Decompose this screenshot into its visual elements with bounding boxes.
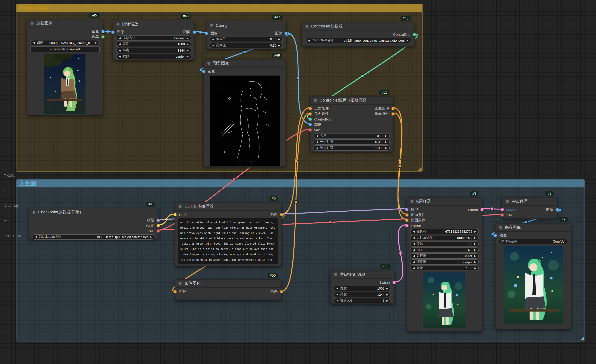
prev-arrow-icon[interactable]: ◀	[308, 39, 310, 42]
seed-widget[interactable]: ◀随机种673163335282702▶	[410, 229, 479, 234]
input-slot-dot[interactable]	[309, 117, 312, 121]
node-vae-decode[interactable]: #8 VAE解码 Latent 图像 VAE	[502, 197, 557, 219]
batch-size-widget[interactable]: ◀批次大小1▶	[334, 298, 391, 303]
group-txt2img-header[interactable]: 文生图	[16, 180, 585, 187]
output-slot-dot[interactable]	[280, 290, 283, 293]
output-slot-dot[interactable]	[413, 33, 416, 36]
collapse-dot[interactable]	[207, 62, 210, 65]
prev-arrow-icon[interactable]: ◀	[413, 230, 415, 233]
input-slot-dot[interactable]	[405, 218, 408, 222]
next-arrow-icon[interactable]: ▶	[474, 261, 476, 263]
output-slot-dot[interactable]	[480, 208, 484, 211]
prev-arrow-icon[interactable]: ◀	[212, 44, 214, 47]
next-arrow-icon[interactable]: ▶	[474, 243, 476, 245]
next-arrow-icon[interactable]: ▶	[386, 299, 388, 302]
node-title-bar[interactable]: CLIP文本编码器	[175, 203, 281, 211]
output-slot-dot[interactable]	[391, 112, 395, 115]
image-combo-widget[interactable]: ◀ 图像 00004-20241103_220245_Ill... ▶	[30, 40, 100, 45]
prev-arrow-icon[interactable]: ◀	[316, 135, 318, 137]
node-canny[interactable]: #47 Canny 图像 图像 ◀低阈值0.40▶ ◀高阈值0.80▶	[206, 21, 286, 49]
input-slot-dot[interactable]	[405, 224, 408, 227]
prev-arrow-icon[interactable]: ◀	[413, 267, 415, 269]
node-title-bar[interactable]: Canny	[207, 22, 286, 29]
node-title-bar[interactable]: 预览图像	[204, 59, 286, 67]
node-clip-text-encode[interactable]: #6 CLIP文本编码器 CLIP 条件 An illustration of …	[175, 202, 282, 266]
prev-arrow-icon[interactable]: ◀	[119, 55, 121, 58]
collapse-dot[interactable]	[314, 99, 317, 102]
output-slot-dot[interactable]	[391, 107, 395, 110]
start-percent-widget[interactable]: ◀开始时间0.000▶	[313, 139, 390, 145]
crop-widget[interactable]: ◀裁剪center▶	[116, 54, 191, 59]
collapse-dot[interactable]	[117, 22, 119, 26]
next-arrow-icon[interactable]: ▶	[278, 44, 280, 47]
collapse-dot[interactable]	[506, 200, 509, 203]
prev-arrow-icon[interactable]: ◀	[413, 243, 415, 245]
next-arrow-icon[interactable]: ▶	[385, 147, 387, 149]
prev-arrow-icon[interactable]: ◀	[316, 141, 318, 143]
node-title-bar[interactable]: 空Latent_SD3	[331, 271, 394, 279]
checkpoint-name-widget[interactable]: ◀Checkpoint名称sd3.5_large_fp8_scaled.safe…	[32, 234, 155, 240]
output-slot-dot[interactable]	[156, 224, 160, 227]
next-arrow-icon[interactable]: ▶	[187, 55, 189, 58]
output-slot-dot[interactable]	[193, 30, 196, 34]
next-arrow-icon[interactable]: ▶	[187, 49, 189, 51]
sampler-widget[interactable]: ◀采样器euler▶	[410, 253, 479, 259]
input-slot-dot[interactable]	[405, 208, 408, 211]
node-checkpoint-loader[interactable]: #4 Checkpoint加载器(简易) 模型 CLIP VAE ◀Checkp…	[29, 208, 158, 239]
next-arrow-icon[interactable]: ▶	[474, 236, 476, 239]
strength-widget[interactable]: ◀强度0.66▶	[313, 133, 390, 138]
node-apply-controlnet[interactable]: #51 ControlNet应用（旧版高级） 正面条件 正面条件 负面条件 负面…	[310, 96, 393, 152]
input-slot-dot[interactable]	[173, 213, 177, 216]
node-conditioning-zero-out[interactable]: #50 条件零化 条件 条件	[175, 279, 282, 300]
node-title-bar[interactable]: ControlNet应用（旧版高级）	[310, 97, 393, 105]
next-arrow-icon[interactable]: ▶	[95, 42, 97, 44]
node-save-image[interactable]: #9 保存图像 图像 文件名前缀ComfyUI	[495, 223, 572, 329]
collapse-dot[interactable]	[410, 200, 414, 203]
output-slot-dot[interactable]	[156, 218, 160, 222]
node-title-bar[interactable]: ControlNet加载器	[302, 22, 414, 30]
next-arrow-icon[interactable]: ▶	[385, 141, 387, 143]
input-slot-dot[interactable]	[309, 112, 312, 115]
group-resize-handle[interactable]	[580, 337, 584, 340]
input-slot-dot[interactable]	[501, 208, 504, 211]
next-arrow-icon[interactable]: ▶	[187, 43, 189, 45]
filename-prefix-widget[interactable]: 文件名前缀ComfyUI	[499, 239, 568, 244]
node-title-bar[interactable]: 图像缩放	[113, 20, 194, 28]
prev-arrow-icon[interactable]: ◀	[413, 261, 415, 263]
low-threshold-widget[interactable]: ◀低阈值0.40▶	[210, 37, 283, 42]
output-slot-dot[interactable]	[392, 281, 396, 284]
high-threshold-widget[interactable]: ◀高阈值0.80▶	[210, 43, 283, 48]
input-slot-dot[interactable]	[205, 32, 208, 35]
height-widget[interactable]: ◀高度1344▶	[116, 48, 191, 53]
control-after-generate-widget[interactable]: ◀运行后操作randomize▶	[410, 235, 479, 240]
node-preview-image[interactable]: #49 预览图像 图像	[204, 59, 286, 167]
prev-arrow-icon[interactable]: ◀	[35, 236, 37, 238]
output-slot-dot[interactable]	[280, 213, 283, 216]
node-ksampler[interactable]: #3 K采样器 模型 Latent 正面条件 负面条件 Latent ◀随机种6…	[407, 197, 482, 332]
input-slot-dot[interactable]	[494, 234, 497, 237]
collapse-dot[interactable]	[32, 211, 36, 214]
cfg-widget[interactable]: ◀CFG4.5▶	[410, 247, 479, 253]
input-slot-dot[interactable]	[309, 107, 312, 110]
collapse-dot[interactable]	[179, 205, 182, 208]
prev-arrow-icon[interactable]: ◀	[119, 43, 121, 45]
prev-arrow-icon[interactable]: ◀	[336, 299, 338, 302]
group-controlnet-header[interactable]: ControlNet	[16, 4, 422, 12]
next-arrow-icon[interactable]: ▶	[386, 293, 388, 296]
prompt-textarea[interactable]: An illustration of a girl with long gree…	[178, 218, 278, 264]
steps-widget[interactable]: ◀步数32▶	[410, 241, 479, 247]
next-arrow-icon[interactable]: ▶	[407, 39, 409, 42]
input-slot-dot[interactable]	[173, 290, 177, 293]
denoise-widget[interactable]: ◀降噪1.00▶	[410, 266, 479, 271]
group-resize-handle[interactable]	[418, 167, 422, 170]
next-arrow-icon[interactable]: ▶	[474, 255, 476, 257]
output-slot-dot[interactable]	[156, 229, 160, 233]
controlnet-name-widget[interactable]: ◀ControlNet名称sd3.5_large_controlnet_cann…	[305, 38, 411, 43]
collapse-dot[interactable]	[210, 24, 213, 27]
collapse-dot[interactable]	[30, 22, 34, 25]
input-slot-dot[interactable]	[309, 128, 312, 131]
node-title-bar[interactable]: VAE解码	[502, 198, 557, 206]
choose-file-button[interactable]: choose file to upload	[30, 46, 100, 52]
next-arrow-icon[interactable]: ▶	[150, 236, 152, 238]
output-slot-dot[interactable]	[556, 208, 559, 211]
